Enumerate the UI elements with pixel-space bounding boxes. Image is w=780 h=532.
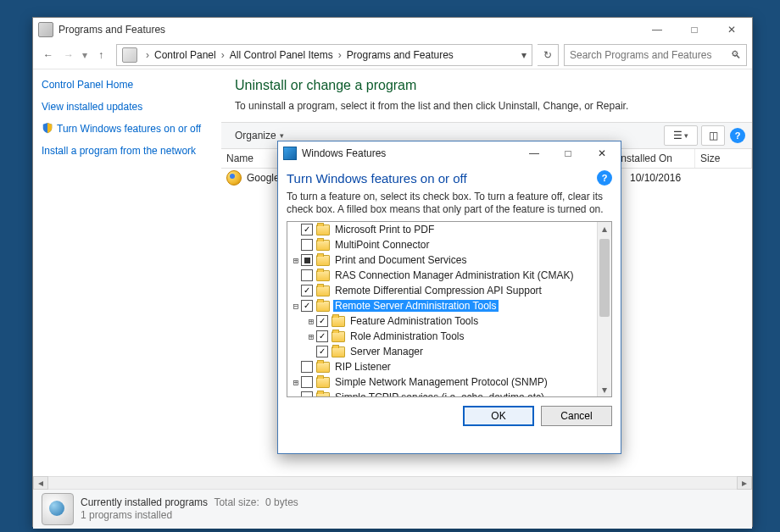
chevron-down-icon: ▾ <box>280 131 284 140</box>
feature-node[interactable]: Server Manager <box>287 344 598 359</box>
breadcrumb-item[interactable]: Programs and Features <box>347 49 454 61</box>
features-tree: Microsoft Print to PDFMultiPoint Connect… <box>287 221 612 397</box>
feature-checkbox[interactable] <box>301 361 313 373</box>
expand-icon[interactable]: ⊞ <box>306 331 316 342</box>
wf-close-button[interactable]: ✕ <box>585 142 619 164</box>
folder-icon <box>316 285 330 296</box>
feature-node[interactable]: ⊞Simple Network Management Protocol (SNM… <box>287 374 598 390</box>
page-heading: Uninstall or change a program <box>235 78 738 93</box>
feature-checkbox[interactable] <box>301 239 313 251</box>
status-total-size-value: 0 bytes <box>265 496 298 508</box>
column-installed-on[interactable]: Installed On <box>613 149 695 168</box>
status-bar-icon <box>42 493 74 525</box>
scroll-down-icon[interactable]: ▾ <box>598 383 611 396</box>
feature-node[interactable]: ⊞Feature Administration Tools <box>287 313 598 329</box>
feature-checkbox[interactable] <box>316 315 328 327</box>
feature-checkbox[interactable] <box>301 285 313 296</box>
breadcrumb-item[interactable]: Control Panel <box>154 49 216 61</box>
feature-checkbox[interactable] <box>301 391 313 396</box>
chevron-right-icon: › <box>146 49 149 61</box>
folder-icon <box>316 377 330 388</box>
feature-label: Microsoft Print to PDF <box>333 224 436 236</box>
feature-node[interactable]: Microsoft Print to PDF <box>287 222 598 237</box>
sidebar-control-panel-home[interactable]: Control Panel Home <box>42 78 211 91</box>
chevron-right-icon: › <box>221 49 225 61</box>
search-box[interactable]: 🔍︎ <box>564 44 747 66</box>
feature-checkbox[interactable] <box>301 269 313 281</box>
feature-checkbox[interactable] <box>316 346 328 357</box>
folder-icon <box>316 240 330 251</box>
collapse-icon[interactable]: ⊟ <box>291 301 301 312</box>
recent-locations-button[interactable]: ▾ <box>79 45 91 65</box>
folder-icon <box>316 224 330 236</box>
maximize-button[interactable]: □ <box>676 18 713 42</box>
close-button[interactable]: ✕ <box>713 18 750 42</box>
tree-scrollbar[interactable]: ▴ ▾ <box>597 222 611 396</box>
feature-node[interactable]: Remote Differential Compression API Supp… <box>287 283 598 298</box>
status-line2: 1 programs installed <box>81 509 298 522</box>
feature-node[interactable]: RAS Connection Manager Administration Ki… <box>287 268 598 283</box>
pf-titlebar[interactable]: Programs and Features — □ ✕ <box>33 18 752 42</box>
status-total-size-label: Total size: <box>214 496 259 508</box>
expand-icon[interactable]: ⊞ <box>291 377 301 388</box>
view-list-icon: ☰ <box>673 130 682 141</box>
view-options-button[interactable]: ☰ ▾ <box>664 125 698 146</box>
feature-checkbox[interactable] <box>301 254 313 266</box>
breadcrumb-dropdown-icon[interactable]: ▾ <box>521 49 526 61</box>
horizontal-scrollbar[interactable]: ◂ ▸ <box>33 476 752 489</box>
folder-icon <box>316 362 330 373</box>
organize-label: Organize <box>235 130 276 141</box>
feature-node[interactable]: MultiPoint Connector <box>287 237 598 252</box>
feature-node[interactable]: ⊟Remote Server Administration Tools <box>287 298 598 313</box>
wf-minimize-button[interactable]: — <box>517 142 551 164</box>
folder-icon <box>332 331 345 342</box>
pf-app-icon <box>38 22 53 37</box>
chevron-right-icon: › <box>338 49 342 61</box>
feature-checkbox[interactable] <box>301 376 313 388</box>
feature-label: Role Administration Tools <box>348 330 466 342</box>
scrollbar-thumb[interactable] <box>599 239 610 317</box>
help-icon[interactable]: ? <box>730 128 745 143</box>
expand-icon[interactable]: ⊞ <box>291 255 301 266</box>
column-size[interactable]: Size <box>695 149 752 168</box>
minimize-button[interactable]: — <box>638 18 676 42</box>
search-icon: 🔍︎ <box>729 49 743 61</box>
wf-titlebar[interactable]: Windows Features — □ ✕ <box>278 141 621 165</box>
cancel-button[interactable]: Cancel <box>541 406 612 426</box>
feature-checkbox[interactable] <box>316 330 328 342</box>
wf-maximize-button[interactable]: □ <box>551 142 585 164</box>
feature-checkbox[interactable] <box>301 300 313 312</box>
breadcrumb[interactable]: › Control Panel › All Control Panel Item… <box>116 44 532 66</box>
breadcrumb-icon <box>122 47 137 63</box>
status-bar: Currently installed programs Total size:… <box>33 489 752 529</box>
breadcrumb-item[interactable]: All Control Panel Items <box>230 49 333 61</box>
up-button[interactable]: ↑ <box>91 45 111 65</box>
sidebar-view-installed-updates[interactable]: View installed updates <box>42 100 211 114</box>
search-input[interactable] <box>568 48 729 62</box>
preview-pane-button[interactable]: ◫ <box>701 125 725 146</box>
feature-label: RIP Listener <box>333 361 393 373</box>
feature-node[interactable]: RIP Listener <box>287 359 598 374</box>
folder-icon <box>316 270 330 281</box>
scroll-up-icon[interactable]: ▴ <box>598 222 611 236</box>
feature-label: Simple TCPIP services (i.e. echo, daytim… <box>333 391 546 396</box>
address-bar: ← → ▾ ↑ › Control Panel › All Control Pa… <box>33 42 752 69</box>
sidebar-turn-windows-features[interactable]: Turn Windows features on or off <box>57 122 201 136</box>
folder-icon <box>316 255 330 266</box>
feature-label: Feature Administration Tools <box>348 315 480 327</box>
back-button[interactable]: ← <box>38 45 58 65</box>
scroll-left-icon[interactable]: ◂ <box>33 476 48 490</box>
feature-checkbox[interactable] <box>301 224 313 236</box>
wf-title: Windows Features <box>302 147 386 159</box>
feature-node[interactable]: ⊞Role Administration Tools <box>287 329 598 344</box>
scroll-right-icon[interactable]: ▸ <box>737 476 752 490</box>
expand-icon[interactable]: ⊞ <box>306 316 316 327</box>
help-icon[interactable]: ? <box>597 170 612 186</box>
sidebar-install-from-network[interactable]: Install a program from the network <box>42 144 211 158</box>
ok-button[interactable]: OK <box>463 406 534 426</box>
chevron-down-icon: ▾ <box>684 131 688 140</box>
refresh-button[interactable]: ↻ <box>538 44 559 66</box>
forward-button[interactable]: → <box>58 45 79 65</box>
feature-node[interactable]: Simple TCPIP services (i.e. echo, daytim… <box>287 390 598 396</box>
feature-node[interactable]: ⊞Print and Document Services <box>287 252 598 268</box>
